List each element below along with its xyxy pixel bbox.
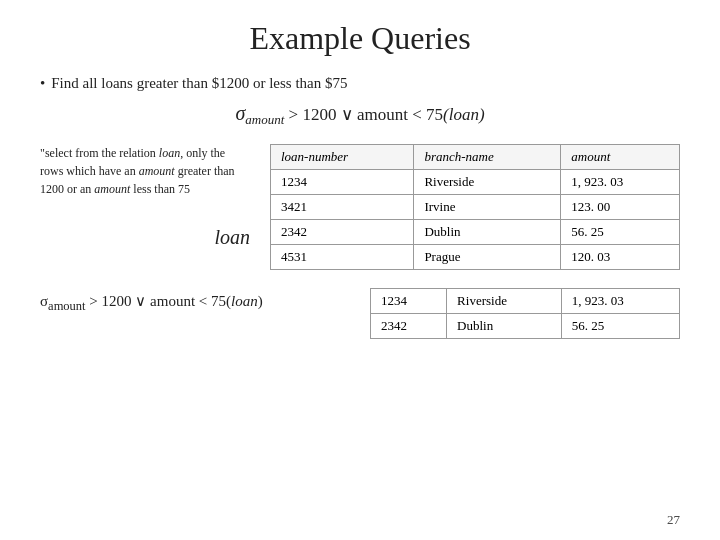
result-table-wrapper: 1234Riverside1, 923. 032342Dublin56. 25 (370, 288, 680, 339)
bullet-point: • Find all loans greater than $1200 or l… (40, 75, 680, 92)
result-cell: Riverside (447, 289, 562, 314)
desc-amount1: amount (139, 164, 175, 178)
table-row: 2342Dublin56. 25 (271, 220, 680, 245)
description-text: "select from the relation loan, only the… (40, 144, 250, 198)
table-cell: 4531 (271, 245, 414, 270)
result-cell: Dublin (447, 314, 562, 339)
formula2-relation: (loan) (226, 293, 263, 309)
formula2-cond1: > 1200 ∨ (86, 293, 150, 309)
desc-line4: less than 75 (130, 182, 190, 196)
formula2-subscript: amount (48, 299, 86, 313)
formula-top: σamount > 1200 ∨ amount < 75(loan) (40, 102, 680, 128)
result-row: 2342Dublin56. 25 (371, 314, 680, 339)
table-cell: 123. 00 (561, 195, 680, 220)
formula-subscript: amount (245, 112, 284, 127)
table-header-row: loan-number branch-name amount (271, 145, 680, 170)
formula2-amount2: amount (150, 293, 195, 309)
col-loan-number: loan-number (271, 145, 414, 170)
result-cell: 1234 (371, 289, 447, 314)
formula-bottom: σamount > 1200 ∨ amount < 75(loan) (40, 292, 350, 314)
table-cell: 1, 923. 03 (561, 170, 680, 195)
slide-title: Example Queries (40, 20, 680, 57)
table-row: 4531Prague120. 03 (271, 245, 680, 270)
table-cell: Prague (414, 245, 561, 270)
table-cell: Riverside (414, 170, 561, 195)
result-cell: 2342 (371, 314, 447, 339)
sigma-symbol: σ (235, 102, 245, 124)
formula-relation: (loan) (443, 105, 485, 124)
table-cell: Dublin (414, 220, 561, 245)
desc-amount2: amount (94, 182, 130, 196)
formula2-cond2: < 75 (195, 293, 226, 309)
table-cell: 3421 (271, 195, 414, 220)
table-row: 3421Irvine123. 00 (271, 195, 680, 220)
bullet-text: Find all loans greater than $1200 or les… (51, 75, 347, 92)
formula-condition: > 1200 ∨ amount < 75 (284, 105, 443, 124)
desc-loan: loan (159, 146, 180, 160)
table-cell: 2342 (271, 220, 414, 245)
table-cell: 120. 03 (561, 245, 680, 270)
desc-line1: "select from the relation (40, 146, 159, 160)
description-column: "select from the relation loan, only the… (40, 144, 250, 249)
sigma2-symbol: σ (40, 293, 48, 309)
result-table: 1234Riverside1, 923. 032342Dublin56. 25 (370, 288, 680, 339)
result-row: 1234Riverside1, 923. 03 (371, 289, 680, 314)
middle-section: "select from the relation loan, only the… (40, 144, 680, 270)
slide: Example Queries • Find all loans greater… (0, 0, 720, 540)
main-table: loan-number branch-name amount 1234River… (270, 144, 680, 270)
result-cell: 1, 923. 03 (561, 289, 679, 314)
loan-word: loan (40, 226, 250, 249)
table-cell: Irvine (414, 195, 561, 220)
result-cell: 56. 25 (561, 314, 679, 339)
table-cell: 1234 (271, 170, 414, 195)
col-branch-name: branch-name (414, 145, 561, 170)
col-amount: amount (561, 145, 680, 170)
bullet-symbol: • (40, 75, 45, 92)
result-section: σamount > 1200 ∨ amount < 75(loan) 1234R… (40, 288, 680, 339)
main-table-wrapper: loan-number branch-name amount 1234River… (270, 144, 680, 270)
page-number: 27 (667, 512, 680, 528)
table-cell: 56. 25 (561, 220, 680, 245)
table-row: 1234Riverside1, 923. 03 (271, 170, 680, 195)
